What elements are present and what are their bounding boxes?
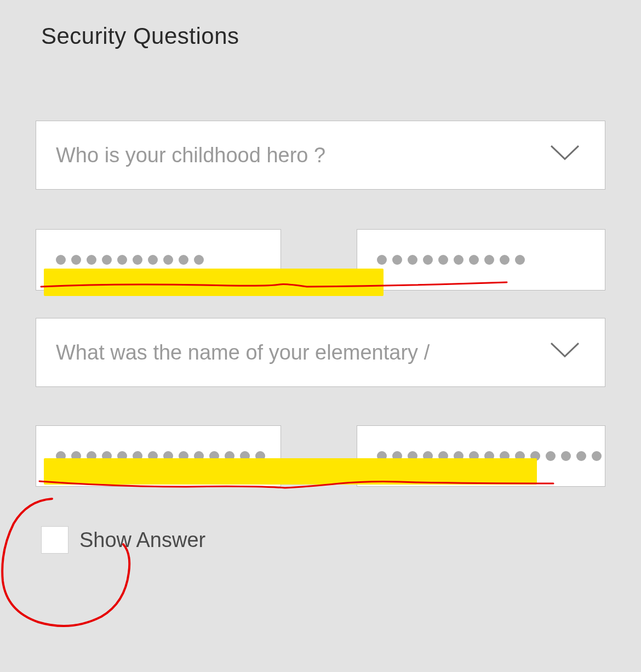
chevron-down-icon	[549, 341, 581, 362]
show-answer-label: Show Answer	[79, 528, 205, 552]
highlight-annotation-2	[44, 458, 537, 485]
masked-confirm-answer-1	[377, 255, 525, 265]
show-answer-checkbox[interactable]	[41, 526, 68, 554]
page-title: Security Questions	[0, 0, 641, 49]
question-2-selected-text: What was the name of your elementary /	[56, 341, 430, 365]
question-2-dropdown[interactable]: What was the name of your elementary /	[36, 318, 605, 387]
masked-answer-1	[56, 255, 204, 265]
security-questions-form: Who is your childhood hero ? What was th…	[0, 121, 641, 487]
question-1-dropdown[interactable]: Who is your childhood hero ?	[36, 121, 605, 190]
highlight-annotation-1	[44, 269, 384, 296]
chevron-down-icon	[549, 144, 581, 164]
confirm-answer-1-input[interactable]	[357, 229, 605, 291]
show-answer-row: Show Answer	[0, 487, 641, 554]
question-1-selected-text: Who is your childhood hero ?	[56, 144, 325, 167]
